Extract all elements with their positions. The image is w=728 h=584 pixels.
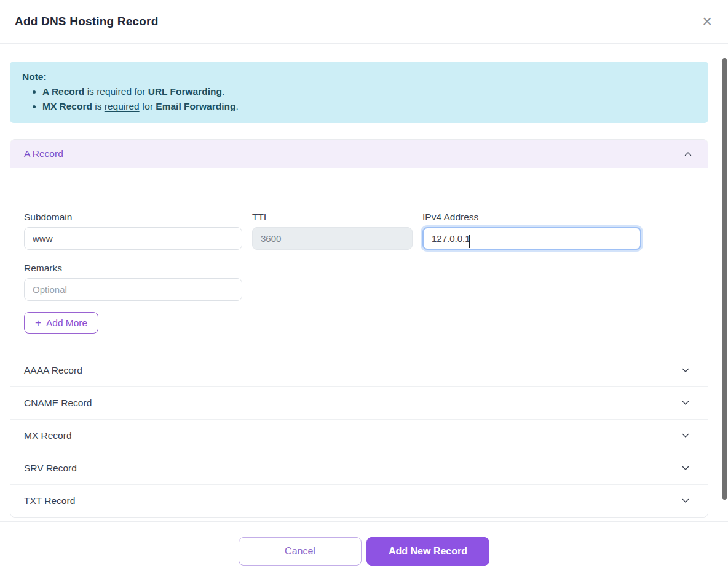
accordion-header-a-record[interactable]: A Record [10, 140, 708, 168]
chevron-down-icon [681, 496, 690, 506]
ttl-input [252, 227, 413, 250]
note-text: is [92, 101, 105, 111]
accordion-label: SRV Record [24, 463, 77, 474]
plus-icon: + [35, 318, 41, 328]
note-underlined: required [105, 101, 140, 111]
a-record-panel: Subdomain TTL IPv4 Address Remarks [10, 190, 708, 354]
chevron-down-icon [681, 463, 690, 473]
note-text: . [235, 101, 238, 111]
chevron-up-icon [683, 149, 693, 159]
accordion-label: CNAME Record [24, 398, 92, 409]
dialog-header: Add DNS Hosting Record × [0, 0, 728, 44]
chevron-down-icon [681, 431, 690, 441]
add-more-button[interactable]: + Add More [24, 312, 98, 334]
subdomain-input[interactable] [24, 227, 242, 250]
submit-label: Add New Record [389, 546, 467, 556]
accordion-label: MX Record [24, 430, 72, 441]
dialog-footer: Cancel Add New Record [0, 522, 728, 581]
accordion-header-txt-record[interactable]: TXT Record [10, 484, 708, 517]
accordion-label: A Record [24, 148, 63, 159]
add-more-label: Add More [46, 318, 87, 329]
add-dns-record-dialog: Add DNS Hosting Record × Note: A Record … [0, 0, 728, 581]
cancel-label: Cancel [285, 546, 315, 556]
ipv4-input[interactable] [422, 227, 641, 250]
note-item-mx-record: MX Record is required for Email Forwardi… [42, 99, 696, 114]
note-text: . [222, 86, 224, 97]
accordion-label: TXT Record [24, 495, 75, 506]
close-icon: × [702, 12, 712, 31]
cancel-button[interactable]: Cancel [239, 537, 362, 566]
ttl-label: TTL [252, 212, 413, 223]
add-new-record-button[interactable]: Add New Record [366, 537, 489, 566]
note-text: is [84, 86, 97, 97]
chevron-down-icon [681, 398, 690, 408]
accordion-header-cname-record[interactable]: CNAME Record [10, 386, 708, 419]
accordion-header-aaaa-record[interactable]: AAAA Record [10, 354, 708, 386]
a-record-fields-row: Subdomain TTL IPv4 Address [24, 212, 694, 250]
accordion-header-srv-record[interactable]: SRV Record [10, 452, 708, 484]
ipv4-field-group: IPv4 Address [422, 212, 641, 250]
note-item-a-record: A Record is required for URL Forwarding. [42, 84, 696, 99]
note-bold: URL Forwarding [148, 86, 222, 97]
note-bold: A Record [42, 86, 84, 97]
scrollbar[interactable] [722, 58, 727, 500]
remarks-input[interactable] [24, 278, 242, 301]
accordion-header-mx-record[interactable]: MX Record [10, 419, 708, 452]
note-box: Note: A Record is required for URL Forwa… [10, 62, 708, 123]
text-cursor [469, 235, 470, 248]
remarks-field-group: Remarks [24, 263, 242, 301]
record-accordion: A Record Subdomain TTL [10, 139, 708, 518]
remarks-label: Remarks [24, 263, 242, 274]
chevron-down-icon [681, 366, 690, 375]
note-bold: Email Forwarding [156, 101, 235, 111]
note-heading: Note: [22, 70, 696, 84]
ipv4-label: IPv4 Address [422, 212, 641, 223]
subdomain-label: Subdomain [24, 212, 242, 223]
note-bold: MX Record [42, 101, 92, 111]
note-text: for [140, 101, 156, 111]
note-underlined: required [97, 86, 132, 97]
accordion-label: AAAA Record [24, 365, 82, 376]
note-list: A Record is required for URL Forwarding.… [22, 84, 696, 114]
dialog-body: Note: A Record is required for URL Forwa… [0, 62, 718, 518]
ttl-field-group: TTL [252, 212, 413, 250]
subdomain-field-group: Subdomain [24, 212, 242, 250]
dialog-title: Add DNS Hosting Record [15, 15, 158, 28]
note-text: for [132, 86, 148, 97]
close-button[interactable]: × [701, 14, 713, 30]
panel-divider [24, 190, 694, 190]
